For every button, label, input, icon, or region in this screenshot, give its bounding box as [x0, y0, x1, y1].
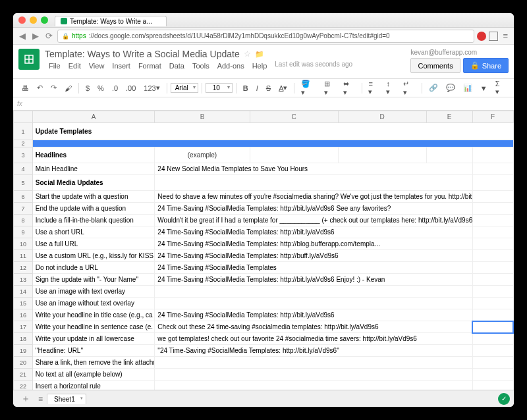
cell[interactable]: 24 Time-Saving #SocialMedia Templates: h…: [155, 238, 472, 250]
functions-icon[interactable]: Σ ▾: [492, 78, 509, 98]
row-header[interactable]: 2: [14, 140, 33, 147]
row-header[interactable]: 10: [14, 238, 33, 250]
menu-edit[interactable]: Edit: [65, 61, 85, 71]
cell[interactable]: [472, 203, 513, 215]
row-header[interactable]: 16: [14, 309, 33, 321]
reload-button[interactable]: ⟳: [43, 31, 55, 41]
menu-data[interactable]: Data: [165, 61, 188, 71]
cell[interactable]: 24 Time-Saving #SocialMedia Templates: h…: [155, 203, 472, 215]
row-header[interactable]: 17: [14, 321, 33, 333]
cell[interactable]: Use an image without text overlay: [32, 298, 155, 309]
row-header[interactable]: 1: [14, 123, 33, 140]
col-header-a[interactable]: A: [32, 111, 155, 123]
percent-button[interactable]: %: [94, 82, 107, 94]
cell[interactable]: [472, 147, 513, 163]
italic-button[interactable]: I: [253, 82, 262, 94]
row-header[interactable]: 21: [14, 369, 33, 381]
v-align-icon[interactable]: ↕ ▾: [383, 78, 399, 98]
row-header[interactable]: 9: [14, 226, 33, 238]
cell[interactable]: [250, 147, 338, 163]
cell[interactable]: Start the update with a question: [32, 191, 155, 203]
cell[interactable]: Use a full URL: [32, 238, 155, 250]
cell[interactable]: [472, 215, 513, 226]
row-header[interactable]: 15: [14, 298, 33, 309]
cell[interactable]: Use an image with text overlay: [32, 286, 155, 298]
cell[interactable]: [472, 274, 513, 286]
redo-icon[interactable]: ↷: [47, 82, 60, 94]
row-header[interactable]: 22: [14, 381, 33, 390]
paint-format-icon[interactable]: 🖌: [61, 82, 75, 94]
account-email[interactable]: kevan@bufferapp.com: [410, 49, 509, 56]
cell[interactable]: [472, 238, 513, 250]
cell[interactable]: End the update with a question: [32, 203, 155, 215]
cell[interactable]: Wouldn't it be great if I had a template…: [155, 215, 472, 226]
cell[interactable]: 24 New Social Media Templates to Save Yo…: [155, 163, 472, 175]
cell[interactable]: Include a fill-in-the-blank question: [32, 215, 155, 226]
cell[interactable]: [426, 147, 472, 163]
col-header-f[interactable]: F: [472, 111, 513, 123]
cell[interactable]: [32, 140, 513, 147]
browser-menu-icon[interactable]: ≡: [501, 31, 510, 41]
menu-format[interactable]: Format: [134, 61, 165, 71]
cell[interactable]: Share a link, then remove the link attac…: [32, 357, 155, 369]
row-header[interactable]: 14: [14, 286, 33, 298]
row-header[interactable]: 13: [14, 274, 33, 286]
filter-icon[interactable]: ▼: [477, 82, 491, 94]
cell[interactable]: Write your headline in sentence case (e.: [32, 321, 155, 333]
all-sheets-button[interactable]: ≡: [38, 394, 43, 404]
cell[interactable]: [472, 321, 513, 333]
add-sheet-button[interactable]: ＋: [17, 393, 34, 405]
cell[interactable]: Write your headline in title case (e.g.,…: [32, 309, 155, 321]
col-header-e[interactable]: E: [426, 111, 472, 123]
menu-insert[interactable]: Insert: [108, 61, 134, 71]
browser-tab[interactable]: Template: Ways to Write a…: [55, 16, 167, 26]
cell[interactable]: Social Media Updates: [32, 175, 155, 191]
decrease-decimal-button[interactable]: .0: [109, 82, 121, 94]
print-icon[interactable]: 🖶: [18, 82, 32, 94]
cell[interactable]: [155, 286, 472, 298]
row-header[interactable]: 11: [14, 250, 33, 262]
select-all-corner[interactable]: [14, 111, 33, 123]
row-header[interactable]: 5: [14, 175, 33, 191]
cell[interactable]: [155, 369, 472, 381]
row-header[interactable]: 18: [14, 333, 33, 345]
cell[interactable]: Check out these 24 time-saving #socialme…: [155, 321, 472, 333]
cell[interactable]: (example): [155, 147, 250, 163]
borders-icon[interactable]: ⊞ ▾: [321, 78, 339, 99]
menu-view[interactable]: View: [85, 61, 109, 71]
formula-bar[interactable]: fx: [13, 97, 514, 111]
extension-icon[interactable]: [489, 32, 498, 41]
comment-icon[interactable]: 💬: [443, 82, 458, 94]
row-header[interactable]: 20: [14, 357, 33, 369]
cell[interactable]: [472, 191, 513, 203]
sheets-logo-icon[interactable]: [18, 49, 40, 70]
spreadsheet-grid[interactable]: A B C D E F 1Update Templates23Headlines…: [13, 111, 514, 390]
cell[interactable]: Write your update in all lowercase: [32, 333, 155, 345]
cell[interactable]: [472, 298, 513, 309]
row-header[interactable]: 19: [14, 345, 33, 357]
back-button[interactable]: ◀: [17, 31, 28, 41]
chart-icon[interactable]: 📊: [460, 82, 476, 94]
cell[interactable]: [472, 333, 513, 345]
star-icon[interactable]: ☆: [244, 49, 251, 59]
h-align-icon[interactable]: ≡ ▾: [365, 78, 381, 98]
cell[interactable]: [155, 357, 472, 369]
cell[interactable]: [472, 226, 513, 238]
bold-button[interactable]: B: [240, 82, 252, 94]
cell[interactable]: [472, 345, 513, 357]
cell[interactable]: Main Headline: [32, 163, 155, 175]
cell[interactable]: Headlines: [32, 147, 155, 163]
cell[interactable]: Need to shave a few minutes off you're #…: [155, 191, 472, 203]
url-field[interactable]: 🔒 https://docs.google.com/spreadsheets/d…: [57, 30, 474, 43]
cell[interactable]: Sign the update with "- Your Name": [32, 274, 155, 286]
cell[interactable]: [472, 286, 513, 298]
cell[interactable]: [472, 163, 513, 175]
cell[interactable]: 24 Time-Saving #SocialMedia Templates: h…: [155, 274, 472, 286]
cell[interactable]: No text at all (example below): [32, 369, 155, 381]
menu-file[interactable]: File: [45, 61, 65, 71]
text-color-button[interactable]: A ▾: [275, 82, 291, 94]
font-size-selector[interactable]: 10: [206, 83, 233, 93]
row-header[interactable]: 7: [14, 203, 33, 215]
cell[interactable]: [155, 298, 472, 309]
cell[interactable]: [155, 175, 472, 191]
